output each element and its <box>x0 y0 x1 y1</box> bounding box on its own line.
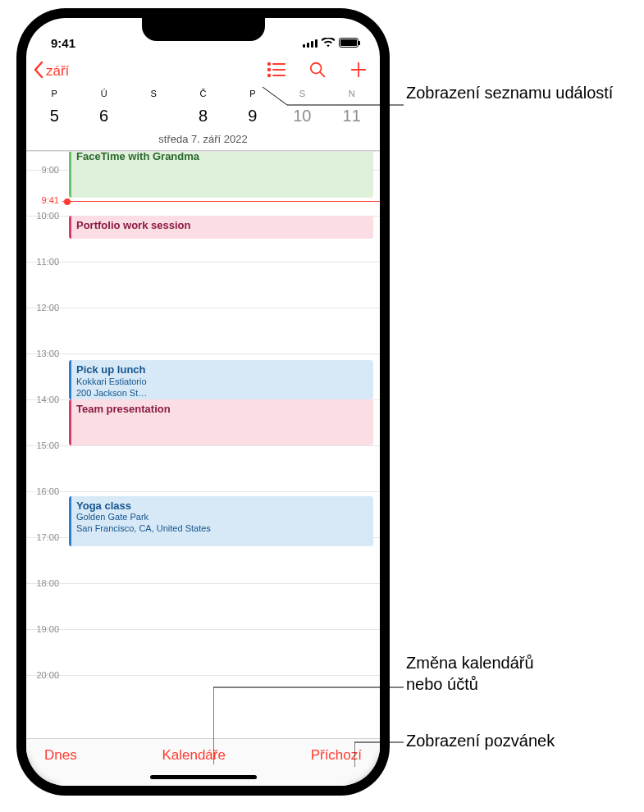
hour-label: 18:00 <box>26 578 64 588</box>
weekday-label: P <box>38 89 71 98</box>
phone-screen: 9:41 září <box>26 18 380 786</box>
hour-label: 20:00 <box>26 670 64 680</box>
day-number[interactable]: 7 <box>137 102 170 130</box>
cellular-signal-icon <box>303 39 317 48</box>
chevron-left-icon <box>33 62 44 82</box>
hour-row: 15:00 <box>26 445 380 491</box>
hour-row: 18:00 <box>26 583 380 629</box>
svg-point-0 <box>268 63 270 65</box>
callout-line <box>263 87 404 107</box>
hour-label: 16:00 <box>26 486 64 496</box>
calendar-event[interactable]: Team presentation <box>69 399 373 445</box>
callout-change-calendars: Změna kalendářů nebo účtů <box>406 652 534 695</box>
callout-line <box>354 741 404 769</box>
add-icon[interactable] <box>349 61 368 82</box>
list-view-icon[interactable] <box>267 61 286 82</box>
hour-label: 15:00 <box>26 440 64 450</box>
hour-label: 17:00 <box>26 532 64 542</box>
event-title: Portfolio work session <box>76 219 367 232</box>
search-icon[interactable] <box>308 61 327 82</box>
weekday-label: Č <box>186 89 219 98</box>
back-label: září <box>46 63 69 80</box>
status-time: 9:41 <box>51 36 75 50</box>
home-indicator <box>150 775 257 779</box>
current-time-indicator: 9:41 <box>26 201 380 202</box>
battery-icon <box>339 38 359 48</box>
hour-label: 10:00 <box>26 211 64 221</box>
back-button[interactable]: září <box>33 62 69 82</box>
hour-label: 14:00 <box>26 395 64 404</box>
svg-point-4 <box>268 75 270 76</box>
day-timeline[interactable]: 9:0010:0011:0012:0013:0014:0015:0016:001… <box>26 151 380 717</box>
hour-label: 12:00 <box>26 303 64 312</box>
svg-line-7 <box>320 72 324 76</box>
calendar-event[interactable]: Yoga classGolden Gate ParkSan Francisco,… <box>69 496 373 547</box>
event-title: Team presentation <box>76 403 367 416</box>
event-subtitle: San Francisco, CA, United States <box>76 523 367 535</box>
hour-label: 13:00 <box>26 349 64 358</box>
svg-point-2 <box>268 69 270 71</box>
hour-label: 11:00 <box>26 257 64 267</box>
event-subtitle: Golden Gate Park <box>76 512 367 523</box>
status-icons <box>303 36 359 50</box>
callout-list-view: Zobrazení seznamu událostí <box>406 82 613 103</box>
navigation-bar: září <box>26 56 380 84</box>
day-number[interactable]: 6 <box>88 102 121 130</box>
current-time-label: 9:41 <box>26 195 62 205</box>
event-subtitle: 200 Jackson St… <box>76 388 367 399</box>
notch <box>142 18 265 41</box>
event-title: Yoga class <box>76 500 367 513</box>
event-title: Pick up lunch <box>76 363 367 376</box>
calendar-event[interactable]: FaceTime with Grandma <box>69 151 373 198</box>
hour-label: 19:00 <box>26 624 64 634</box>
hour-row: 11:00 <box>26 262 380 308</box>
hour-label: 9:00 <box>26 165 64 175</box>
calendar-event[interactable]: Pick up lunchKokkari Estiatorio200 Jacks… <box>69 360 373 399</box>
calendar-event[interactable]: Portfolio work session <box>69 216 373 239</box>
day-number[interactable]: 8 <box>186 102 219 130</box>
callout-invitations: Zobrazení pozvánek <box>406 730 555 751</box>
event-title: FaceTime with Grandma <box>76 151 367 163</box>
hour-row: 12:00 <box>26 308 380 354</box>
hour-row: 19:00 <box>26 629 380 675</box>
wifi-icon <box>322 36 335 50</box>
current-date-label: středa 7. září 2022 <box>30 133 377 145</box>
phone-frame: 9:41 září <box>16 8 390 796</box>
day-number[interactable]: 5 <box>38 102 71 130</box>
weekday-label: S <box>137 89 170 98</box>
event-subtitle: Kokkari Estiatorio <box>76 376 367 388</box>
weekday-label: Ú <box>88 89 121 98</box>
today-button[interactable]: Dnes <box>44 747 77 764</box>
